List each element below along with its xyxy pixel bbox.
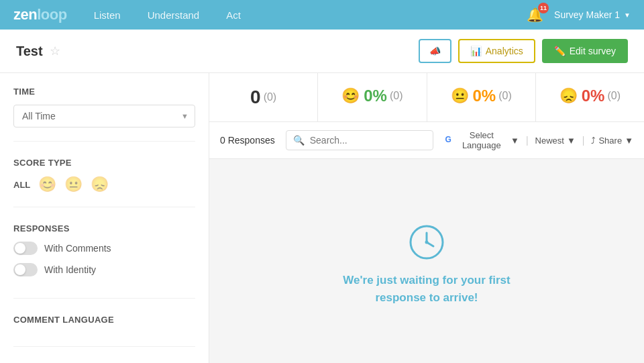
- sad-emoji-filter[interactable]: 😞: [91, 176, 109, 193]
- share-chevron-icon: ▼: [625, 136, 633, 146]
- stats-bar: 0 (0) 😊 0% (0) 😐 0% (0): [209, 73, 644, 122]
- promoter-pct: 0%: [364, 87, 387, 105]
- toggle-knob-2: [15, 264, 25, 275]
- search-icon: 🔍: [293, 135, 305, 146]
- chevron-down-icon: ▼: [624, 11, 631, 19]
- happy-emoji-filter[interactable]: 😊: [38, 176, 56, 193]
- neutral-stat-inner: 😐 0% (0): [441, 87, 522, 105]
- clock-icon: [408, 223, 445, 261]
- empty-message: We're just waiting for your firstrespons…: [343, 272, 510, 306]
- main-nav: Listen Understand Act: [94, 9, 241, 21]
- share-label: Share: [598, 136, 622, 146]
- comments-toggle-row: With Comments: [13, 242, 195, 255]
- header-left: zenloop Listen Understand Act: [13, 6, 241, 23]
- share-icon: ⤴: [591, 136, 596, 146]
- with-identity-toggle[interactable]: [13, 263, 38, 276]
- detractor-emoji: 😞: [559, 87, 578, 105]
- responses-label: Responses: [13, 223, 195, 234]
- google-logo: G: [444, 135, 453, 146]
- score-type-row: ALL 😊 😐 😞: [13, 176, 195, 193]
- divider-2: |: [582, 135, 585, 146]
- score-all-label: ALL: [13, 180, 30, 190]
- content: Time All Time ▼ Score Type ALL 😊 😐 😞 Res…: [0, 73, 644, 363]
- comment-language-label: Comment Language: [13, 315, 195, 325]
- promoter-zero: (0): [390, 90, 403, 102]
- promoter-stat-inner: 😊 0% (0): [331, 87, 413, 105]
- notification-button[interactable]: 🔔 11: [524, 4, 546, 25]
- time-select[interactable]: All Time: [13, 105, 195, 127]
- edit-survey-button[interactable]: ✏️ Edit survey: [542, 39, 628, 63]
- detractor-stat: 😞 0% (0): [536, 73, 644, 121]
- with-identity-label: With Identity: [44, 264, 96, 275]
- neutral-zero: (0): [498, 90, 512, 102]
- response-count: 0 Responses: [220, 135, 275, 146]
- time-select-wrapper: All Time ▼: [13, 105, 195, 127]
- total-zero: (0): [264, 91, 277, 103]
- star-icon[interactable]: ☆: [50, 44, 60, 58]
- nav-listen[interactable]: Listen: [94, 9, 121, 21]
- lang-label: Select Language: [455, 130, 508, 150]
- header: zenloop Listen Understand Act 🔔 11 Surve…: [0, 0, 644, 30]
- identity-toggle-row: With Identity: [13, 263, 195, 276]
- time-section: Time All Time ▼: [13, 87, 195, 142]
- with-comments-toggle[interactable]: [13, 242, 38, 255]
- neutral-stat: 😐 0% (0): [427, 73, 536, 121]
- announce-button[interactable]: 📣: [419, 39, 451, 63]
- total-count: 0: [250, 87, 261, 108]
- responses-toolbar: 0 Responses 🔍 G Select Language ▼ | Newe…: [209, 122, 644, 159]
- score-type-label: Score Type: [13, 158, 195, 168]
- svg-point-3: [425, 241, 429, 244]
- user-menu-button[interactable]: Survey Maker 1 ▼: [554, 9, 631, 20]
- score-type-section: Score Type ALL 😊 😐 😞: [13, 158, 195, 207]
- responses-section: Responses With Comments With Identity: [13, 223, 195, 299]
- pencil-icon: ✏️: [554, 46, 566, 56]
- sort-button[interactable]: Newest ▼: [535, 136, 576, 146]
- divider-1: |: [526, 135, 529, 146]
- select-language-button[interactable]: G Select Language ▼: [444, 130, 519, 150]
- megaphone-icon: 📣: [429, 46, 441, 56]
- toolbar-right: G Select Language ▼ | Newest ▼ | ⤴ Share…: [444, 130, 633, 150]
- total-stat: 0 (0): [209, 73, 318, 121]
- sort-chevron-icon: ▼: [567, 136, 576, 146]
- sort-label: Newest: [535, 136, 564, 146]
- page-header: Test ☆ 📣 📊 Analytics ✏️ Edit survey: [0, 30, 644, 73]
- page-title: Test: [16, 44, 43, 59]
- search-box: 🔍: [286, 130, 433, 150]
- sidebar: Time All Time ▼ Score Type ALL 😊 😐 😞 Res…: [0, 73, 209, 363]
- chart-icon: 📊: [470, 46, 482, 56]
- nav-act[interactable]: Act: [226, 9, 241, 21]
- notification-badge: 11: [538, 3, 549, 13]
- header-right: 🔔 11 Survey Maker 1 ▼: [524, 4, 631, 25]
- toggle-knob: [15, 243, 25, 254]
- analytics-button[interactable]: 📊 Analytics: [458, 39, 535, 63]
- detractor-pct: 0%: [582, 87, 605, 105]
- neutral-pct: 0%: [473, 87, 496, 105]
- nav-understand[interactable]: Understand: [148, 9, 200, 21]
- search-input[interactable]: [310, 135, 427, 146]
- promoter-stat: 😊 0% (0): [318, 73, 427, 121]
- promoter-emoji: 😊: [341, 87, 360, 105]
- logo: zenloop: [13, 6, 67, 23]
- total-stat-inner: 0 (0): [223, 87, 304, 108]
- empty-state: We're just waiting for your firstrespons…: [209, 159, 644, 363]
- page-title-area: Test ☆: [16, 44, 60, 59]
- detractor-zero: (0): [607, 90, 621, 102]
- with-comments-label: With Comments: [44, 243, 111, 254]
- main-content: 0 (0) 😊 0% (0) 😐 0% (0): [209, 73, 644, 363]
- page-actions: 📣 📊 Analytics ✏️ Edit survey: [419, 39, 628, 63]
- lang-chevron-icon: ▼: [511, 136, 519, 146]
- time-label: Time: [13, 87, 195, 97]
- share-button[interactable]: ⤴ Share ▼: [591, 136, 633, 146]
- comment-language-section: Comment Language: [13, 315, 195, 347]
- detractor-stat-inner: 😞 0% (0): [549, 87, 631, 105]
- neutral-emoji: 😐: [451, 87, 469, 105]
- user-label: Survey Maker 1: [554, 9, 620, 20]
- neutral-emoji-filter[interactable]: 😐: [64, 176, 83, 193]
